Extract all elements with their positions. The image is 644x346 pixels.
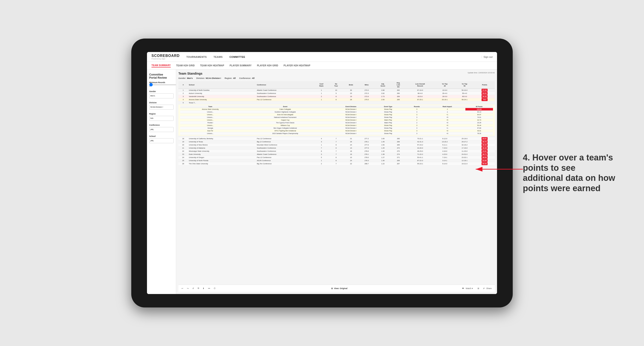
popup-cell-div: NCAA Division I [330, 108, 372, 111]
cell-low-overall: 87-22-3 [405, 159, 435, 162]
points-badge[interactable]: 90.32 [482, 95, 488, 98]
nav-tournaments[interactable]: TOURNAMENTS [186, 55, 207, 59]
nav-teams[interactable]: TEAMS [214, 55, 222, 59]
cell-vs-top25: 4-15-0 [435, 153, 454, 156]
popup-cell-team: Univers... [180, 111, 240, 113]
tablet-screen: SCOREBOARD Powered by clipd TOURNAMENTS … [147, 52, 497, 294]
min-rounds-slider[interactable] [149, 84, 176, 85]
cell-school: University of North Carolina [188, 89, 256, 92]
cell-adj-score: 1.38 [374, 153, 391, 156]
copy-button[interactable]: ⧉ [197, 287, 200, 290]
points-badge[interactable]: 93.31 [482, 92, 488, 95]
cell-adj-score [374, 101, 391, 104]
popup-cell-team: Univers... [180, 113, 240, 116]
popup-cell-div: NCAA Division I [330, 132, 372, 135]
undo-button[interactable]: ↩ [181, 287, 184, 290]
toolbar-right-buttons: 👁 Watch ▾ ⊞ ↗ Share [462, 287, 492, 290]
cell-low-overall: 55-23-1 [405, 162, 435, 165]
table-row: 20 University of New Mexico Mountain Wes… [178, 144, 495, 147]
subnav-player-summary[interactable]: PLAYER SUMMARY [230, 64, 252, 67]
popup-cell-type: Stroke Play [372, 127, 404, 130]
download-button[interactable]: ⬇ [202, 287, 205, 290]
reset-button[interactable]: ↺ [192, 287, 195, 290]
filter-conference: Conference: All [239, 77, 254, 79]
col-bnds: Bnds [343, 81, 359, 89]
points-badge[interactable]: 88.49 [482, 144, 488, 146]
cell-points[interactable]: 97.02 [474, 89, 495, 92]
cell-points[interactable]: 88.71 [474, 153, 495, 156]
popup-cell-w-points: 23.29 [466, 122, 493, 124]
cell-points[interactable]: 83.89 [474, 159, 495, 162]
popup-cell-div: NCAA Division I [330, 124, 372, 127]
cell-points[interactable]: 88.49 [474, 144, 495, 147]
col-vs-top50: Vs Top50 [454, 81, 474, 89]
cell-points[interactable]: 88.48 [474, 147, 495, 150]
cell-points[interactable] [474, 101, 495, 104]
popup-cell-div: NCAA Division I [330, 130, 372, 132]
more-button[interactable]: ••• [207, 287, 211, 290]
popup-table-row: Univers... National Invitational Tournam… [180, 116, 493, 119]
cell-bnds: 30 [343, 89, 359, 92]
cell-vs-top25: 13-23-2 [435, 140, 454, 144]
content-panel: Team Standings Update time: 13/03/2024 1… [176, 69, 497, 294]
cell-points[interactable]: 93.31 [474, 92, 495, 95]
points-badge[interactable]: 83.07 [482, 137, 488, 140]
subnav-player-h2h-grid[interactable]: PLAYER H2H GRID [257, 64, 278, 67]
cell-bnds: 24 [343, 144, 359, 147]
points-badge[interactable]: 88.70 [482, 140, 488, 143]
cell-no-tour: 8 [329, 98, 343, 101]
layout-button[interactable]: ⊞ [476, 287, 480, 290]
share-button[interactable]: ↗ Share [483, 287, 492, 290]
popup-col-rank-impact: Rank Impact [429, 105, 466, 108]
view-label[interactable]: View: Original [334, 287, 347, 290]
share-label[interactable]: Share [485, 287, 492, 290]
cell-bnds: 26 [343, 98, 359, 101]
popup-cell-event: National Invitational Tournament [240, 116, 330, 119]
view-selector[interactable]: ⊞ View: Original [331, 287, 347, 290]
cell-school: University of Oregon [188, 156, 256, 159]
points-badge[interactable]: 97.02 [482, 89, 488, 92]
cell-rank: 20 [178, 144, 188, 147]
cell-no-tour: 7 [329, 150, 343, 153]
subnav-team-h2h-heatmap[interactable]: TEAM H2H HEATMAP [200, 64, 224, 67]
cell-points[interactable]: 78.5 [474, 98, 495, 101]
points-badge[interactable]: 83.89 [482, 159, 488, 162]
popup-cell-event: Caleo Collegiate [240, 108, 330, 111]
cell-wins: 278.1 [359, 140, 374, 144]
points-badge[interactable]: 88.48 [482, 147, 488, 150]
cell-avg-low-sg [391, 101, 405, 104]
redo-button[interactable]: ↪ [186, 287, 190, 290]
cell-conf: Southeastern Conference [256, 150, 314, 153]
sidebar-school-select[interactable]: (All) [149, 138, 174, 143]
subnav-team-summary[interactable]: TEAM SUMMARY [152, 64, 171, 67]
sign-out-button[interactable]: Sign out [484, 56, 492, 58]
sidebar-conference-select[interactable]: (All) [149, 127, 174, 132]
cell-bnds: 18 [343, 150, 359, 153]
cell-bnds: 21 [343, 137, 359, 140]
popup-table-row: Univers... Amer Ari Intercollegiate NCAA… [180, 113, 493, 116]
points-badge[interactable]: 88.54 [482, 156, 488, 159]
sidebar-division-label: Division [149, 102, 174, 104]
popup-cell-rounds: 3 [404, 124, 429, 127]
cell-points[interactable]: 88.70 [474, 140, 495, 144]
cell-conf-rank: 2 [314, 162, 329, 165]
arrow-container [474, 164, 523, 176]
nav-committee[interactable]: COMMITTEE [229, 55, 245, 59]
subnav-player-h2h-heatmap[interactable]: PLAYER H2H HEATMAP [284, 64, 310, 67]
points-badge[interactable]: 83.81 [482, 150, 488, 153]
subnav-team-h2h-grid[interactable]: TEAM H2H GRID [176, 64, 195, 67]
cell-points[interactable]: 88.54 [474, 156, 495, 159]
watch-label[interactable]: Watch ▾ [465, 287, 474, 290]
sidebar-division-select[interactable]: NCAA Division I NCAA Division II [149, 105, 174, 110]
sidebar-region-select[interactable]: N/A [149, 116, 174, 121]
cell-points[interactable]: 90.32 [474, 95, 495, 98]
sub-nav: TEAM SUMMARY TEAM H2H GRID TEAM H2H HEAT… [147, 62, 497, 69]
points-badge[interactable]: 88.71 [482, 153, 488, 156]
cell-adj-score: 2.86 [374, 89, 391, 92]
cell-points[interactable]: 83.07 [474, 137, 495, 140]
points-badge-highlighted[interactable]: 78.5 [482, 98, 488, 101]
cell-points[interactable]: 83.81 [474, 150, 495, 153]
sidebar-conference-label: Conference [149, 124, 174, 126]
sidebar-gender-select[interactable]: Men's Women's [149, 93, 174, 98]
watch-button[interactable]: 👁 Watch ▾ [462, 287, 474, 290]
